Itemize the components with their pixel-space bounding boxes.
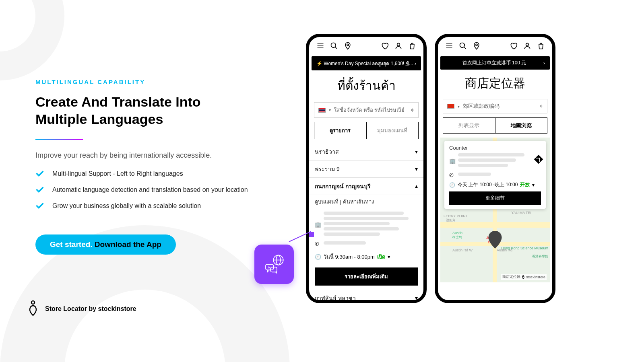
location-icon[interactable] [473, 42, 481, 51]
clock-icon: 🕘 [315, 254, 321, 260]
map-label: 柯士甸 [452, 235, 462, 239]
map-attribution: 商店定位器 stockinstore [501, 274, 547, 280]
store-sub-actions[interactable]: ดูบนแผนที่ | ค้นหาเส้นทาง [309, 195, 423, 208]
bag-icon[interactable] [408, 42, 416, 51]
chevron-down-icon: ▾ [532, 182, 535, 188]
map-label: Austin Rd W [452, 248, 473, 252]
translate-feature-badge: A [254, 245, 294, 284]
bullet-item: Automatic language detection and transla… [35, 185, 253, 196]
building-icon: 🏢 [449, 158, 455, 164]
store-row-expanded[interactable]: กนกกาญจน์ กาญจนบุรี▴ [309, 178, 423, 195]
card-hours[interactable]: 🕘 今天 上午 10:00 -晚上 10:00 开放 ▾ [449, 181, 541, 188]
svg-point-17 [460, 43, 465, 48]
chevron-down-icon: ▾ [329, 108, 331, 112]
tab-map-view[interactable]: มุมมองแผนที่ [367, 122, 419, 139]
store-hours[interactable]: 🕘 วันนี้ 9:30am - 8:00pm เปิด ▾ [309, 250, 423, 263]
store-row[interactable]: กาฬสินธุ์ พลาซ่า▾ [309, 290, 423, 303]
bullet-text: Automatic language detection and transla… [52, 185, 248, 196]
search-icon[interactable] [459, 42, 467, 51]
bullet-item: Multi-lingual Support - Left to Right la… [35, 169, 253, 180]
page-title: 商店定位器 [438, 75, 552, 92]
store-info-card: Counter 🏢 ✆ 🕘 今天 上午 10:00 -晚上 10:00 开放 ▾… [444, 141, 546, 209]
banner-text: 首次网上订单立减港币 100 元 [445, 60, 543, 66]
svg-line-11 [335, 47, 337, 49]
location-search-input[interactable]: ▾ ใส่ชื่อจังหวัด หรือ รหัสไปรษณีย์ ⌖ [314, 102, 419, 118]
phone-icon: ✆ [449, 172, 455, 178]
check-icon [35, 185, 45, 196]
menu-icon[interactable] [445, 42, 453, 51]
flag-icon-hongkong [447, 104, 454, 109]
geolocate-icon[interactable]: ⌖ [411, 107, 414, 114]
chevron-right-icon: › [415, 61, 416, 66]
geolocate-icon[interactable]: ⌖ [539, 103, 543, 110]
account-icon[interactable] [523, 42, 531, 51]
search-placeholder-text: ใส่ชื่อจังหวัด หรือ รหัสไปรษณีย์ [334, 106, 405, 114]
location-icon[interactable] [344, 42, 352, 51]
get-started-cta[interactable]: Get started. Download the App [35, 234, 176, 255]
marketing-copy: MULTILINGUAL CAPABILITY Create And Trans… [35, 78, 253, 255]
check-icon [35, 169, 45, 180]
main-title: Create And Translate Into Multiple Langu… [35, 93, 253, 128]
badge-connector-dot [309, 232, 314, 237]
svg-text:A: A [268, 265, 270, 269]
flag-icon-thailand [318, 108, 326, 113]
description: Improve your reach by being internationa… [35, 151, 253, 160]
brand-footer: Store Locator by stockinstore [28, 300, 136, 318]
more-details-button[interactable]: รายละเอียดเพิ่มเติม [315, 267, 418, 286]
store-row[interactable]: พระราม 9▾ [309, 160, 423, 178]
map-view[interactable]: FERRY POINT 渡船角 YAU MA TEI Austin 柯士甸 Au… [440, 138, 550, 282]
chevron-down-icon: ▾ [458, 104, 460, 109]
banner-text: ⚡ Women's Day Special ลดสูงสุด 1,600! ช้… [316, 60, 415, 67]
chevron-down-icon: ▾ [415, 295, 418, 301]
phone-thai: ⚡ Women's Day Special ลดสูงสุด 1,600! ช้… [306, 34, 427, 303]
store-row[interactable]: นราธิวาส▾ [309, 143, 423, 160]
svg-point-21 [523, 275, 524, 276]
phone-icon: ✆ [315, 241, 320, 247]
eyebrow-label: MULTILINGUAL CAPABILITY [35, 78, 253, 85]
hours-text: 今天 上午 10:00 -晚上 10:00 [458, 181, 518, 188]
page-title: ที่ตั้งร้านค้า [309, 76, 423, 95]
map-label: FERRY POINT [444, 214, 468, 218]
phone-toolbar [309, 37, 423, 56]
map-label: 香港科學館 [532, 254, 548, 259]
svg-point-13 [397, 43, 400, 46]
menu-icon[interactable] [316, 42, 324, 51]
svg-point-10 [331, 43, 336, 48]
building-icon: 🏢 [315, 222, 320, 228]
promo-banner[interactable]: ⚡ Women's Day Special ลดสูงสุด 1,600! ช้… [312, 56, 421, 70]
brand-footer-text: Store Locator by stockinstore [45, 305, 136, 313]
search-icon[interactable] [330, 42, 338, 51]
bullet-text: Multi-lingual Support - Left to Right la… [52, 169, 183, 180]
promo-banner[interactable]: 首次网上订单立减港币 100 元 › [440, 56, 550, 70]
tab-list-view[interactable]: ดูรายการ [314, 122, 367, 139]
gradient-rule [35, 139, 83, 140]
account-icon[interactable] [394, 42, 402, 51]
bullet-text: Grow your business globally with a scala… [52, 202, 201, 212]
more-details-button[interactable]: 更多细节 [449, 191, 541, 205]
chevron-up-icon: ▴ [415, 183, 418, 189]
tab-list-view[interactable]: 列表显示 [443, 118, 495, 133]
phone-chinese: 首次网上订单立减港币 100 元 › 商店定位器 ▾ 郊区或邮政编码 ⌖ 列表显… [435, 34, 555, 303]
tab-map-view[interactable]: 地圖浏览 [495, 118, 547, 133]
bullet-item: Grow your business globally with a scala… [35, 202, 253, 212]
wishlist-icon[interactable] [381, 42, 389, 51]
map-label: Hong Kong Science Museum [501, 246, 548, 250]
location-search-input[interactable]: ▾ 郊区或邮政编码 ⌖ [443, 99, 547, 113]
bag-icon[interactable] [537, 42, 545, 51]
wishlist-icon[interactable] [510, 42, 518, 51]
chevron-right-icon: › [543, 60, 545, 66]
address-block: 🏢 ✆ [315, 212, 418, 247]
map-label: Austin [452, 231, 462, 235]
svg-point-20 [526, 43, 529, 46]
search-placeholder-text: 郊区或邮政编码 [463, 103, 500, 110]
status-open: เปิด [377, 253, 385, 261]
view-tabs: 列表显示 地圖浏览 [443, 117, 547, 134]
check-icon [35, 202, 45, 212]
view-tabs: ดูรายการ มุมมองแผนที่ [314, 122, 419, 139]
svg-point-19 [476, 44, 477, 45]
map-pin-icon[interactable] [488, 231, 502, 250]
card-title: Counter [449, 145, 541, 151]
status-open: 开放 [520, 181, 530, 188]
phone-toolbar [438, 37, 552, 56]
chevron-down-icon: ▾ [415, 148, 418, 155]
